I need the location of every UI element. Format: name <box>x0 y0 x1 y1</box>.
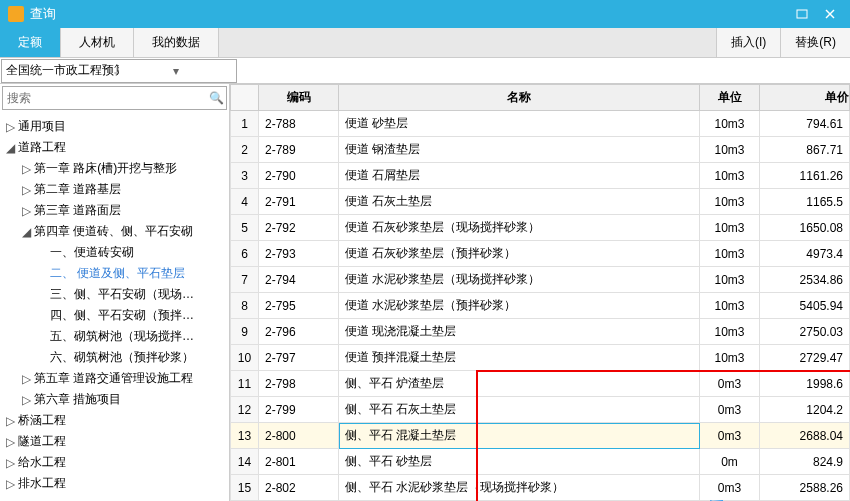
search-box[interactable]: 🔍 <box>2 86 227 110</box>
unit-cell[interactable]: 0m3 <box>700 423 760 449</box>
insert-button[interactable]: 插入(I) <box>716 28 780 57</box>
tree-node[interactable]: ◢第四章 便道砖、侧、平石安砌 <box>0 221 229 242</box>
price-cell[interactable]: 2688.04 <box>760 423 850 449</box>
table-row[interactable]: 82-795便道 水泥砂浆垫层（预拌砂浆）10m35405.94 <box>231 293 850 319</box>
tab-material[interactable]: 人材机 <box>61 28 134 57</box>
unit-cell[interactable]: 10m3 <box>700 137 760 163</box>
col-rownum[interactable] <box>231 85 259 111</box>
price-cell[interactable]: 867.71 <box>760 137 850 163</box>
tree-node[interactable]: 五、砌筑树池（现场搅拌… <box>0 326 229 347</box>
tree-node[interactable]: 六、砌筑树池（预拌砂浆） <box>0 347 229 368</box>
tree-node[interactable]: ▷排水工程 <box>0 473 229 494</box>
name-cell[interactable]: 便道 现浇混凝土垫层 <box>339 319 700 345</box>
standard-dropdown[interactable]: 全国统一市政工程预算定额河北省消耗量 ▾ <box>1 59 237 83</box>
code-cell[interactable]: 2-800 <box>259 423 339 449</box>
price-cell[interactable]: 824.9 <box>760 449 850 475</box>
price-cell[interactable]: 1161.26 <box>760 163 850 189</box>
name-cell[interactable]: 便道 石灰土垫层 <box>339 189 700 215</box>
code-cell[interactable]: 2-788 <box>259 111 339 137</box>
tree-node-selected[interactable]: 二、 便道及侧、平石垫层 <box>0 263 229 284</box>
name-cell[interactable]: 便道 砂垫层 <box>339 111 700 137</box>
tree-node[interactable]: ▷第二章 道路基层 <box>0 179 229 200</box>
price-cell[interactable]: 2750.03 <box>760 319 850 345</box>
tab-quota[interactable]: 定额 <box>0 28 61 57</box>
category-tree[interactable]: ▷通用项目 ◢道路工程 ▷第一章 路床(槽)开挖与整形 ▷第二章 道路基层 ▷第… <box>0 112 229 501</box>
table-row[interactable]: 72-794便道 水泥砂浆垫层（现场搅拌砂浆）10m32534.86 <box>231 267 850 293</box>
unit-cell[interactable]: 10m3 <box>700 267 760 293</box>
data-grid[interactable]: 编码 名称 单位 单价 12-788便道 砂垫层10m3794.6122-789… <box>230 84 850 501</box>
unit-cell[interactable]: 0m3 <box>700 475 760 501</box>
close-button[interactable] <box>818 6 842 22</box>
name-cell[interactable]: 便道 石灰砂浆垫层（预拌砂浆） <box>339 241 700 267</box>
name-cell[interactable]: 便道 预拌混凝土垫层 <box>339 345 700 371</box>
table-row[interactable]: 142-801侧、平石 砂垫层0m824.9 <box>231 449 850 475</box>
table-row[interactable]: 122-799侧、平石 石灰土垫层0m31204.2 <box>231 397 850 423</box>
table-row[interactable]: 92-796便道 现浇混凝土垫层10m32750.03 <box>231 319 850 345</box>
code-cell[interactable]: 2-791 <box>259 189 339 215</box>
table-row[interactable]: 22-789便道 钢渣垫层10m3867.71 <box>231 137 850 163</box>
unit-cell[interactable]: 10m3 <box>700 111 760 137</box>
minimize-button[interactable] <box>790 6 814 22</box>
price-cell[interactable]: 4973.4 <box>760 241 850 267</box>
table-row[interactable]: 132-800侧、平石 混凝土垫层0m32688.04 <box>231 423 850 449</box>
name-cell[interactable]: 侧、平石 石灰土垫层 <box>339 397 700 423</box>
name-cell[interactable]: 侧、平石 水泥砂浆垫层（现场搅拌砂浆） <box>339 475 700 501</box>
price-cell[interactable]: 2588.26 <box>760 475 850 501</box>
col-unit[interactable]: 单位 <box>700 85 760 111</box>
name-cell[interactable]: 便道 石屑垫层 <box>339 163 700 189</box>
price-cell[interactable]: 1204.2 <box>760 397 850 423</box>
replace-button[interactable]: 替换(R) <box>780 28 850 57</box>
col-price[interactable]: 单价 <box>760 85 850 111</box>
tree-node[interactable]: ▷隧道工程 <box>0 431 229 452</box>
name-cell[interactable]: 便道 钢渣垫层 <box>339 137 700 163</box>
unit-cell[interactable]: 10m3 <box>700 319 760 345</box>
price-cell[interactable]: 1998.6 <box>760 371 850 397</box>
code-cell[interactable]: 2-793 <box>259 241 339 267</box>
tree-node[interactable]: 三、侧、平石安砌（现场… <box>0 284 229 305</box>
price-cell[interactable]: 794.61 <box>760 111 850 137</box>
tree-node[interactable]: ▷第三章 道路面层 <box>0 200 229 221</box>
price-cell[interactable]: 2534.86 <box>760 267 850 293</box>
table-row[interactable]: 42-791便道 石灰土垫层10m31165.5 <box>231 189 850 215</box>
code-cell[interactable]: 2-795 <box>259 293 339 319</box>
code-cell[interactable]: 2-792 <box>259 215 339 241</box>
tree-node[interactable]: ▷桥涵工程 <box>0 410 229 431</box>
unit-cell[interactable]: 10m3 <box>700 293 760 319</box>
code-cell[interactable]: 2-801 <box>259 449 339 475</box>
tree-node[interactable]: ◢道路工程 <box>0 137 229 158</box>
table-row[interactable]: 12-788便道 砂垫层10m3794.61 <box>231 111 850 137</box>
price-cell[interactable]: 5405.94 <box>760 293 850 319</box>
code-cell[interactable]: 2-798 <box>259 371 339 397</box>
tree-node[interactable]: ▷通用项目 <box>0 116 229 137</box>
tree-node[interactable]: ▷第五章 道路交通管理设施工程 <box>0 368 229 389</box>
table-row[interactable]: 152-802侧、平石 水泥砂浆垫层（现场搅拌砂浆）0m32588.26 <box>231 475 850 501</box>
name-cell[interactable]: 便道 石灰砂浆垫层（现场搅拌砂浆） <box>339 215 700 241</box>
unit-cell[interactable]: 10m3 <box>700 215 760 241</box>
name-cell[interactable]: 便道 水泥砂浆垫层（预拌砂浆） <box>339 293 700 319</box>
tree-node[interactable]: ▷第一章 路床(槽)开挖与整形 <box>0 158 229 179</box>
unit-cell[interactable]: 10m3 <box>700 163 760 189</box>
unit-cell[interactable]: 10m3 <box>700 241 760 267</box>
tree-node[interactable]: 一、便道砖安砌 <box>0 242 229 263</box>
price-cell[interactable]: 1165.5 <box>760 189 850 215</box>
name-cell[interactable]: 侧、平石 混凝土垫层 <box>339 423 700 449</box>
price-cell[interactable]: 1650.08 <box>760 215 850 241</box>
code-cell[interactable]: 2-802 <box>259 475 339 501</box>
code-cell[interactable]: 2-797 <box>259 345 339 371</box>
name-cell[interactable]: 侧、平石 炉渣垫层 <box>339 371 700 397</box>
code-cell[interactable]: 2-790 <box>259 163 339 189</box>
table-row[interactable]: 102-797便道 预拌混凝土垫层10m32729.47 <box>231 345 850 371</box>
code-cell[interactable]: 2-799 <box>259 397 339 423</box>
col-name[interactable]: 名称 <box>339 85 700 111</box>
table-row[interactable]: 52-792便道 石灰砂浆垫层（现场搅拌砂浆）10m31650.08 <box>231 215 850 241</box>
code-cell[interactable]: 2-794 <box>259 267 339 293</box>
unit-cell[interactable]: 0m3 <box>700 397 760 423</box>
unit-cell[interactable]: 10m3 <box>700 189 760 215</box>
code-cell[interactable]: 2-789 <box>259 137 339 163</box>
name-cell[interactable]: 便道 水泥砂浆垫层（现场搅拌砂浆） <box>339 267 700 293</box>
unit-cell[interactable]: 10m3 <box>700 345 760 371</box>
name-cell[interactable]: 侧、平石 砂垫层 <box>339 449 700 475</box>
code-cell[interactable]: 2-796 <box>259 319 339 345</box>
tree-node[interactable]: ▷给水工程 <box>0 452 229 473</box>
tab-mydata[interactable]: 我的数据 <box>134 28 219 57</box>
